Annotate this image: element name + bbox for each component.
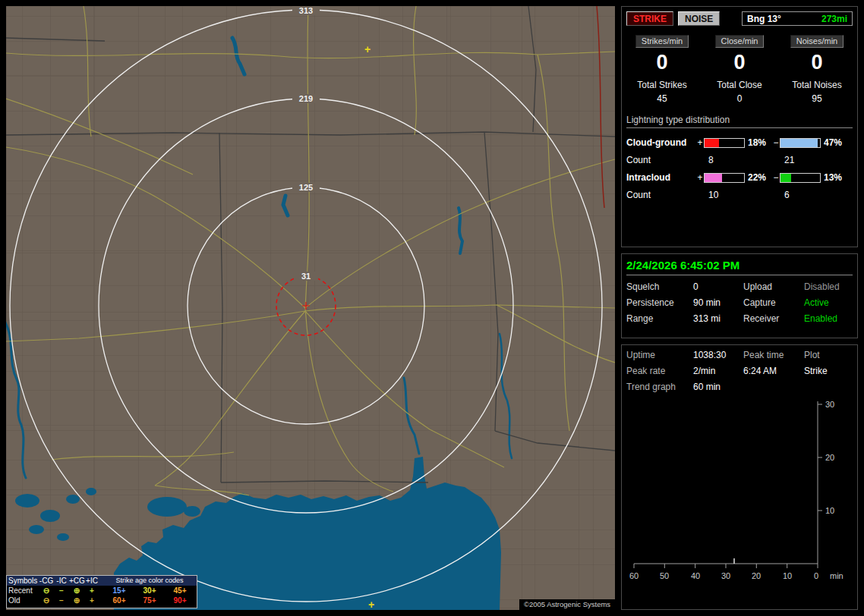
squelch-label: Squelch (626, 281, 693, 292)
squelch-value: 0 (693, 281, 743, 292)
count-label: Count (626, 155, 696, 165)
strikes-per-min-counter: Strikes/min 0 Total Strikes 45 (626, 35, 698, 104)
legend-row-recent: Recent ⊖ − ⊕ + 15+ 30+ 45+ (7, 586, 197, 596)
peak-time-label: Peak time (743, 350, 804, 360)
cg-minus-bar-fill (780, 139, 818, 147)
peak-rate-value: 2/min (693, 366, 743, 376)
legend-old-label: Old (7, 596, 39, 605)
divider (626, 275, 853, 275)
legend-recent-label: Recent (7, 586, 39, 596)
plus-sign: + (696, 172, 704, 183)
x-tick-0: 0 (814, 571, 818, 580)
neg-ic-icon: − (54, 596, 69, 605)
current-datetime: 2/24/2026 6:45:02 PM (626, 259, 853, 272)
ic-minus-bar-fill (780, 174, 791, 182)
range-ring-label: 125 (299, 183, 313, 192)
bearing-distance: 273mi (821, 14, 847, 24)
cg-plus-count: 8 (704, 155, 745, 165)
age-code: 60+ (104, 596, 134, 605)
x-tick-30: 30 (721, 571, 730, 580)
x-tick-50: 50 (660, 571, 669, 580)
y-tick-20: 20 (825, 453, 834, 462)
close-per-min-counter: Close/min 0 Total Close 0 (704, 35, 775, 104)
cg-plus-bar-fill (705, 139, 719, 147)
app-window: 313 219 125 31 + + Symbols -CG -IC +CG +… (0, 0, 864, 616)
status-panel: STRIKE NOISE Bng 13° 273mi Strikes/min 0… (621, 6, 858, 610)
total-noises-label: Total Noises (781, 80, 853, 90)
legend-col-pos-cg: +CG (69, 576, 84, 586)
pos-cg-icon: ⊕ (69, 596, 84, 605)
trend-section: Uptime 1038:30 Peak time Plot Peak rate … (621, 344, 858, 610)
total-close-value: 0 (704, 93, 775, 104)
lightning-type-distribution: Lightning type distribution Cloud-ground… (626, 115, 853, 204)
counters-section: STRIKE NOISE Bng 13° 273mi Strikes/min 0… (621, 6, 858, 247)
peak-rate-label: Peak rate (626, 366, 693, 376)
x-tick-60: 60 (629, 571, 639, 580)
y-tick-10: 10 (825, 506, 834, 515)
total-strikes-label: Total Strikes (626, 80, 698, 90)
noises-per-min-value: 0 (781, 51, 853, 74)
legend-symbols-label: Symbols (7, 576, 39, 586)
bearing-readout: Bng 13° 273mi (742, 11, 853, 26)
minus-sign: − (772, 172, 780, 183)
close-per-min-chip[interactable]: Close/min (715, 35, 765, 48)
close-per-min-value: 0 (704, 51, 775, 74)
peak-time-value: 6:24 AM (743, 366, 804, 376)
divider (626, 127, 853, 128)
pos-cg-icon: ⊕ (69, 586, 84, 596)
strike-symbol: + (368, 599, 374, 610)
age-code: 90+ (165, 596, 195, 605)
plot-value[interactable]: Strike (804, 366, 853, 376)
age-code: 45+ (165, 586, 195, 596)
x-tick-40: 40 (691, 571, 700, 580)
noises-per-min-counter: Noises/min 0 Total Noises 95 (781, 35, 853, 104)
system-status-section: 2/24/2026 6:45:02 PM Squelch 0 Upload Di… (621, 253, 858, 338)
total-noises-value: 95 (781, 93, 853, 104)
trend-graph-label: Trend graph (626, 382, 693, 392)
age-code: 75+ (134, 596, 165, 605)
cg-minus-pct: 47% (821, 137, 848, 148)
upload-status: Disabled (804, 281, 853, 292)
legend-col-pos-ic: +IC (84, 576, 99, 586)
receiver-status: Enabled (804, 313, 853, 324)
noise-mode-button[interactable]: NOISE (678, 11, 720, 26)
persistence-value: 90 min (693, 297, 743, 308)
bearing-label: Bng 13° (747, 14, 781, 24)
uptime-label: Uptime (626, 350, 693, 360)
upload-label: Upload (743, 281, 804, 292)
range-ring-label: 313 (299, 6, 313, 15)
ic-minus-bar (780, 173, 821, 183)
total-close-label: Total Close (704, 80, 775, 90)
plus-sign: + (696, 137, 704, 148)
strike-mode-button[interactable]: STRIKE (626, 11, 673, 26)
map-legend: Symbols -CG -IC +CG +IC Strike age color… (6, 575, 197, 608)
total-strikes-value: 45 (626, 93, 698, 104)
capture-status: Active (804, 297, 853, 308)
x-tick-20: 20 (752, 571, 761, 580)
distribution-title: Lightning type distribution (626, 115, 853, 125)
cg-minus-bar (780, 138, 821, 148)
map-canvas[interactable]: 313 219 125 31 + + (6, 6, 615, 610)
lightning-map[interactable]: 313 219 125 31 + + Symbols -CG -IC +CG +… (6, 6, 615, 610)
noises-per-min-chip[interactable]: Noises/min (790, 35, 844, 48)
x-tick-10: 10 (783, 571, 792, 580)
ic-minus-pct: 13% (821, 172, 848, 183)
cloud-ground-label: Cloud-ground (626, 137, 696, 148)
ic-minus-count: 6 (780, 190, 821, 200)
trend-window-value: 60 min (693, 382, 853, 392)
persistence-label: Persistence (626, 297, 693, 308)
strikes-per-min-chip[interactable]: Strikes/min (635, 35, 689, 48)
neg-cg-icon: ⊖ (39, 596, 54, 605)
intracloud-count-row: Count 10 6 (626, 186, 853, 204)
cg-minus-count: 21 (780, 155, 821, 165)
copyright-text: ©2005 Astrogenic Systems (519, 599, 615, 610)
ic-plus-count: 10 (704, 190, 745, 200)
legend-age-title: Strike age color codes (104, 576, 195, 586)
strike-symbol: + (364, 43, 371, 55)
range-label: Range (626, 313, 693, 324)
legend-col-neg-ic: -IC (54, 576, 69, 586)
cg-plus-bar (704, 138, 745, 148)
legend-col-neg-cg: -CG (39, 576, 54, 586)
neg-cg-icon: ⊖ (39, 586, 54, 596)
age-code: 30+ (134, 586, 165, 596)
